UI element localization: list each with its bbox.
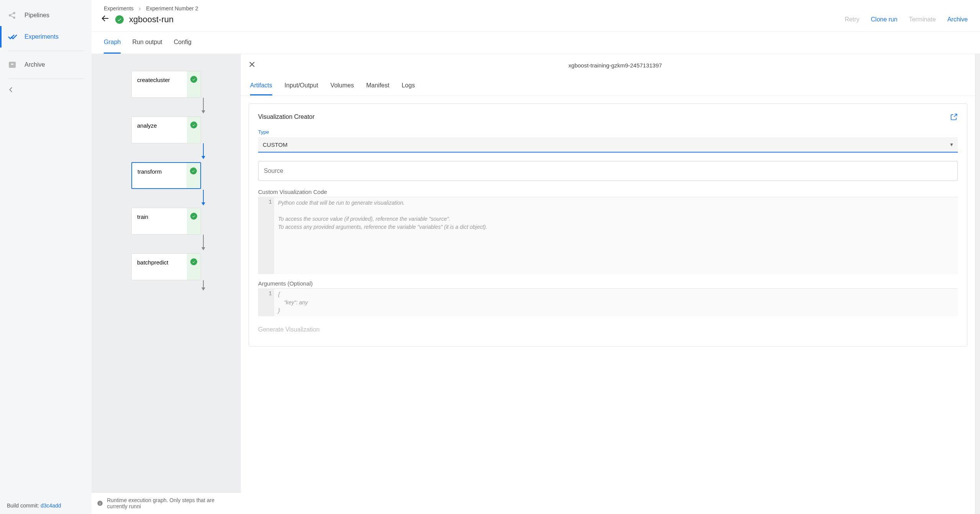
type-field-label: Type <box>258 129 958 135</box>
check-icon <box>190 76 197 83</box>
node-label: transform <box>137 168 162 175</box>
code-gutter: 1 <box>258 289 274 316</box>
graph-node-analyze[interactable]: analyze <box>131 117 201 143</box>
detail-node-id: xgboost-training-gzkm9-2457131397 <box>263 62 967 69</box>
source-input[interactable] <box>258 161 958 181</box>
graph-node-batchpredict[interactable]: batchpredict <box>131 253 201 280</box>
tab-config[interactable]: Config <box>174 32 191 54</box>
visualization-creator-card: Visualization Creator Type CUSTOM ▾ Cust… <box>249 103 967 346</box>
graph-node-transform[interactable]: transform <box>131 162 201 189</box>
code-label: Custom Visualization Code <box>258 189 958 195</box>
back-arrow[interactable] <box>101 14 110 25</box>
tab-manifest[interactable]: Manifest <box>366 77 389 95</box>
generate-visualization-button[interactable]: Generate Visualization <box>258 322 320 337</box>
tab-run-output[interactable]: Run output <box>132 32 162 54</box>
breadcrumb-item[interactable]: Experiment Number 2 <box>146 5 198 11</box>
build-prefix: Build commit: <box>7 503 41 509</box>
tab-io[interactable]: Input/Output <box>285 77 318 95</box>
check-icon <box>190 122 197 128</box>
breadcrumb: Experiments › Experiment Number 2 <box>92 0 980 11</box>
tab-graph[interactable]: Graph <box>104 32 121 54</box>
archive-icon <box>8 60 17 69</box>
check-icon <box>190 258 197 265</box>
divider <box>8 51 84 51</box>
divider <box>8 79 84 79</box>
open-in-new-icon[interactable] <box>950 113 958 121</box>
tab-volumes[interactable]: Volumes <box>330 77 354 95</box>
share-icon <box>8 11 17 20</box>
card-title: Visualization Creator <box>258 113 314 120</box>
sidebar-item-label: Experiments <box>25 33 59 40</box>
sidebar-item-pipelines[interactable]: Pipelines <box>0 5 92 26</box>
build-info: Build commit: d3c4add <box>0 497 92 514</box>
args-placeholder: { "key": any } <box>274 289 958 316</box>
args-label: Arguments (Optional) <box>258 280 958 287</box>
build-hash-link[interactable]: d3c4add <box>41 503 61 509</box>
graph-edge <box>203 280 204 290</box>
svg-point-1 <box>13 12 15 14</box>
close-icon[interactable] <box>249 61 255 70</box>
code-gutter: 1 <box>258 197 274 274</box>
graph-canvas[interactable]: createcluster analyze transform train <box>92 54 241 514</box>
sidebar-item-label: Archive <box>25 61 45 68</box>
page-title: xgboost-run <box>129 15 173 25</box>
retry-button[interactable]: Retry <box>845 16 859 23</box>
tab-logs[interactable]: Logs <box>402 77 415 95</box>
chevron-left-icon <box>8 86 15 95</box>
status-success-icon <box>115 15 124 24</box>
graph-node-createcluster[interactable]: createcluster <box>131 71 201 98</box>
archive-button[interactable]: Archive <box>947 16 968 23</box>
args-editor[interactable]: 1 { "key": any } <box>258 288 958 316</box>
sidebar-item-archive[interactable]: Archive <box>0 54 92 76</box>
sidebar-collapse-toggle[interactable] <box>0 83 92 98</box>
graph-footer: Runtime execution graph. Only steps that… <box>92 492 241 514</box>
type-value: CUSTOM <box>263 141 288 148</box>
chevron-right-icon: › <box>139 5 141 11</box>
breadcrumb-item[interactable]: Experiments <box>104 5 134 11</box>
graph-footer-text: Runtime execution graph. Only steps that… <box>107 497 236 509</box>
graph-node-train[interactable]: train <box>131 208 201 235</box>
clone-run-button[interactable]: Clone run <box>871 16 897 23</box>
sidebar-item-label: Pipelines <box>25 12 49 19</box>
graph-edge <box>203 190 204 205</box>
code-placeholder: Python code that will be run to generate… <box>274 197 958 274</box>
chevron-down-icon: ▾ <box>950 141 953 148</box>
check-icon <box>190 168 197 174</box>
code-editor[interactable]: 1 Python code that will be run to genera… <box>258 197 958 274</box>
node-label: train <box>137 213 148 220</box>
check-icon <box>190 213 197 220</box>
graph-edge <box>203 143 204 159</box>
graph-edge <box>203 98 204 113</box>
sidebar-item-experiments[interactable]: Experiments <box>0 26 92 48</box>
double-check-icon <box>8 32 17 41</box>
node-label: batchpredict <box>137 259 169 266</box>
svg-point-2 <box>13 16 15 19</box>
node-label: createcluster <box>137 77 170 83</box>
svg-point-0 <box>9 14 11 16</box>
node-label: analyze <box>137 122 157 129</box>
type-select[interactable]: CUSTOM ▾ <box>258 137 958 153</box>
graph-edge <box>203 235 204 250</box>
tab-artifacts[interactable]: Artifacts <box>250 77 272 95</box>
svg-rect-4 <box>11 64 13 65</box>
terminate-button[interactable]: Terminate <box>909 16 936 23</box>
info-icon <box>97 500 103 507</box>
scrollbar[interactable] <box>975 54 980 514</box>
